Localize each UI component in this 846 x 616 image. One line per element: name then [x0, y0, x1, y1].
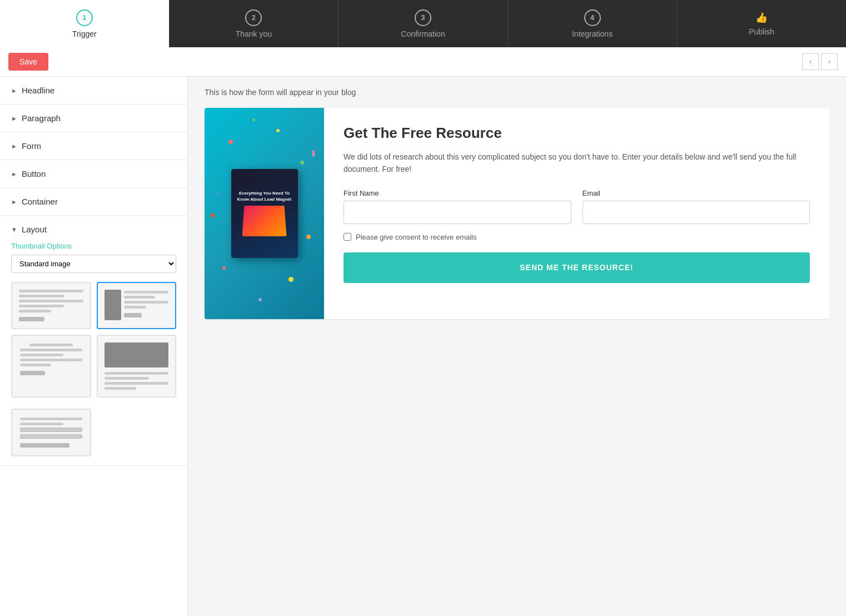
- content-area: This is how the form will appear in your…: [188, 77, 846, 616]
- chevron-right-icon: ►: [11, 115, 17, 122]
- confetti-dot: [312, 150, 315, 157]
- form-description: We did lots of research about this very …: [344, 151, 810, 176]
- thumb-line: [20, 349, 82, 351]
- first-name-label: First Name: [344, 189, 571, 197]
- layout-header[interactable]: ▼ Layout: [11, 225, 176, 234]
- sidebar-item-paragraph[interactable]: ► Paragraph: [0, 105, 187, 132]
- thumb-submit-bar: [20, 443, 69, 448]
- thumb-btn: [19, 317, 44, 321]
- thumb-line: [19, 290, 83, 292]
- thumb-line: [19, 305, 64, 307]
- thumb-line: [19, 310, 51, 312]
- step-label-trigger: Trigger: [72, 29, 97, 38]
- container-label: Container: [22, 197, 58, 206]
- confetti-dot: [300, 161, 304, 165]
- nav-arrows: ‹ ›: [802, 53, 838, 70]
- thumb-2-content: [102, 287, 171, 322]
- paragraph-label: Paragraph: [22, 113, 61, 123]
- thumb-3-content: [17, 340, 86, 379]
- thumb-img-placeholder: [104, 290, 121, 320]
- nav-step-confirmation[interactable]: 3 Confirmation: [339, 0, 508, 47]
- nav-step-trigger[interactable]: 1 Trigger: [0, 0, 170, 47]
- thumbnails-grid: [11, 282, 176, 456]
- thumb-line: [19, 300, 83, 302]
- step-circle-1: 1: [76, 9, 93, 26]
- layout-section: ▼ Layout Thumbnail Options Standard imag…: [0, 216, 187, 466]
- step-circle-3: 3: [415, 9, 431, 26]
- thumb-line: [104, 377, 150, 380]
- layout-thumbnail-1[interactable]: [11, 282, 91, 329]
- chevron-down-icon: ▼: [11, 226, 17, 233]
- thumb-2-lines: [124, 290, 169, 320]
- confetti-dot: [228, 140, 233, 144]
- thumb-4-content: [102, 340, 171, 392]
- step-label-confirmation: Confirmation: [401, 29, 445, 38]
- step-circle-4: 4: [584, 9, 601, 26]
- step-label-publish: Publish: [749, 27, 774, 36]
- submit-button[interactable]: SEND ME THE RESOURCE!: [344, 252, 810, 283]
- step-circle-2: 2: [245, 9, 262, 26]
- sidebar-item-headline[interactable]: ► Headline: [0, 77, 187, 105]
- layout-thumbnail-3[interactable]: [11, 335, 91, 398]
- confetti-dot: [258, 298, 262, 301]
- thumb-line: [19, 295, 64, 297]
- first-name-input[interactable]: [344, 201, 571, 224]
- sidebar-item-button[interactable]: ► Button: [0, 160, 187, 188]
- layout-thumbnail-5[interactable]: [11, 409, 91, 456]
- nav-step-integrations[interactable]: 4 Integrations: [508, 0, 678, 47]
- thumb-line: [124, 306, 146, 309]
- confetti-dot: [217, 192, 220, 195]
- sidebar-item-form[interactable]: ► Form: [0, 132, 187, 160]
- ebook-cover: Everything You Need To Know About Lead M…: [231, 169, 298, 258]
- thumb-line: [104, 372, 169, 375]
- consent-row: Please give consent to receive emails: [344, 233, 810, 241]
- confetti-dot: [252, 118, 255, 121]
- first-name-field-group: First Name: [344, 189, 571, 224]
- confetti-dot: [211, 213, 215, 217]
- thumb-1-lines: [17, 287, 86, 324]
- thumb-line: [20, 418, 82, 420]
- layout-thumbnail-4[interactable]: [97, 335, 177, 398]
- top-nav: 1 Trigger 2 Thank you 3 Confirmation 4 I…: [0, 0, 846, 47]
- save-button[interactable]: Save: [8, 53, 48, 71]
- layout-label: Layout: [22, 225, 47, 234]
- thumb-line: [104, 382, 169, 385]
- thumb-5-content: [17, 414, 86, 451]
- next-arrow-button[interactable]: ›: [821, 53, 838, 70]
- form-fields-row: First Name Email: [344, 189, 810, 224]
- thumb-line: [124, 296, 155, 299]
- thumb-line: [104, 387, 137, 390]
- email-field-group: Email: [583, 189, 810, 224]
- thumb-btn: [124, 313, 142, 317]
- toolbar: Save ‹ ›: [0, 47, 846, 77]
- chevron-right-icon: ►: [11, 198, 17, 205]
- ebook-title: Everything You Need To Know About Lead M…: [237, 191, 292, 202]
- thumb-input-bar: [20, 434, 82, 439]
- sidebar: ► Headline ► Paragraph ► Form ► Button ►…: [0, 77, 188, 616]
- layout-thumbnail-2[interactable]: [97, 282, 177, 329]
- step-label-thankyou: Thank you: [236, 29, 272, 38]
- consent-checkbox[interactable]: [344, 233, 351, 241]
- thumb-line: [124, 291, 169, 294]
- confetti-dot: [306, 235, 311, 239]
- thumb-line: [20, 359, 82, 361]
- thumb-line: [124, 301, 169, 304]
- thumb-line: [29, 344, 73, 346]
- headline-label: Headline: [22, 86, 54, 95]
- email-label: Email: [583, 189, 810, 197]
- email-input[interactable]: [583, 201, 810, 224]
- thumbs-up-icon: 👍: [755, 12, 768, 24]
- prev-arrow-button[interactable]: ‹: [802, 53, 819, 70]
- thumb-input-bar: [20, 428, 82, 432]
- thumbnail-select[interactable]: Standard image No image Large image Back…: [11, 255, 176, 273]
- sidebar-item-container[interactable]: ► Container: [0, 188, 187, 216]
- ebook-laptop-graphic: [242, 206, 287, 236]
- chevron-right-icon: ►: [11, 87, 17, 94]
- form-preview-card: Everything You Need To Know About Lead M…: [205, 108, 829, 319]
- nav-step-thankyou[interactable]: 2 Thank you: [170, 0, 339, 47]
- thumb-line: [20, 364, 51, 366]
- form-heading: Get The Free Resource: [344, 125, 810, 142]
- nav-step-publish[interactable]: 👍 Publish: [677, 0, 846, 47]
- confetti-dot: [222, 266, 226, 270]
- thumb-img-placeholder: [104, 342, 169, 367]
